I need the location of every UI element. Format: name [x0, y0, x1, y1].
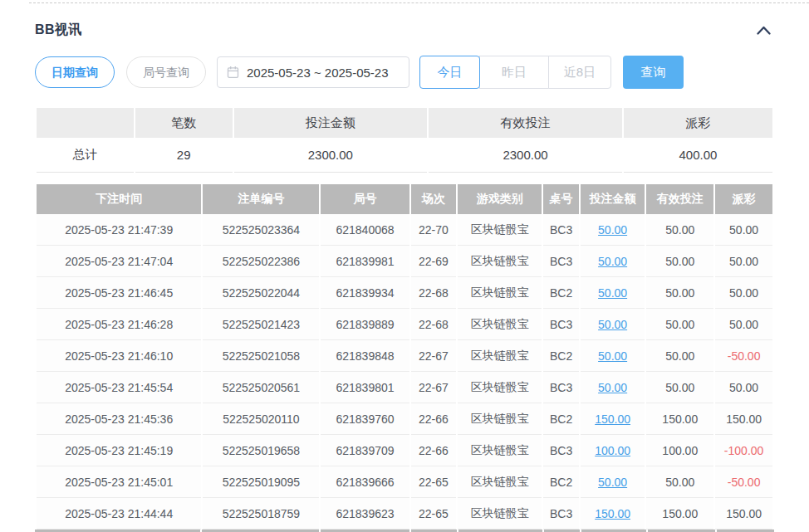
- quick-last8days-button[interactable]: 近8日: [548, 56, 611, 89]
- valid-bet-cell: 50.00: [646, 466, 713, 498]
- game-type-cell: 区块链骰宝: [458, 309, 542, 340]
- valid-bet-cell: 50.00: [646, 214, 713, 246]
- query-button[interactable]: 查询: [623, 56, 684, 89]
- bet-amount-cell: 150.00: [581, 498, 645, 530]
- slip-number-cell: 522525021058: [203, 340, 319, 372]
- tab-round-query[interactable]: 局号查询: [126, 56, 206, 88]
- quick-range-group: 今日 昨日 近8日: [419, 56, 611, 89]
- session-cell: 22-68: [411, 277, 457, 309]
- col-header-game-type: 游戏类别: [458, 184, 542, 214]
- valid-bet-cell: 150.00: [646, 498, 713, 530]
- calendar-icon: [227, 66, 239, 79]
- payout-cell: 50.00: [715, 309, 772, 340]
- table-number-cell: BC3: [543, 309, 579, 340]
- session-cell: 22-69: [411, 246, 457, 277]
- payout-cell: -50.00: [715, 340, 772, 372]
- col-header-session: 场次: [411, 184, 457, 214]
- summary-bet-amount-value: 2300.00: [234, 138, 428, 173]
- session-cell: 22-65: [411, 498, 457, 530]
- summary-header-payout: 派彩: [624, 108, 772, 138]
- summary-table: 笔数 投注金额 有效投注 派彩 总计 29 2300.00 2300.00 40…: [35, 108, 774, 173]
- bet-amount-cell: 50.00: [581, 246, 645, 277]
- session-cell: 22-66: [411, 435, 457, 466]
- bet-amount-cell: 50.00: [581, 372, 645, 403]
- round-number-cell: 621840068: [321, 214, 409, 246]
- bet-amount-link[interactable]: 150.00: [595, 412, 630, 426]
- bet-amount-link[interactable]: 50.00: [598, 476, 627, 489]
- slip-number-cell: 522525020110: [203, 403, 319, 435]
- game-type-cell: 区块链骰宝: [458, 435, 542, 466]
- quick-today-button[interactable]: 今日: [419, 56, 480, 89]
- payout-cell: -50.00: [715, 466, 772, 498]
- payout-cell: 50.00: [715, 246, 772, 277]
- table-row: 2025-05-23 21:46:10522525021058621839848…: [37, 340, 772, 372]
- session-cell: 22-67: [411, 372, 457, 403]
- bet-time-cell: 2025-05-23 21:45:01: [37, 466, 201, 498]
- table-number-cell: BC2: [543, 340, 579, 372]
- payout-cell: 50.00: [715, 372, 772, 403]
- bb-video-section: BB视讯 日期查询 局号查询 2025-05-23 ~ 2025-05-23 今…: [35, 22, 774, 532]
- slip-number-cell: 522525019095: [203, 466, 319, 498]
- tab-date-query[interactable]: 日期查询: [35, 56, 115, 88]
- valid-bet-cell: 100.00: [646, 435, 713, 466]
- summary-count-value: 29: [135, 138, 233, 173]
- game-type-cell: 区块链骰宝: [458, 214, 542, 246]
- table-number-cell: BC3: [543, 372, 579, 403]
- col-header-valid-bet: 有效投注: [646, 184, 713, 214]
- quick-yesterday-button[interactable]: 昨日: [479, 56, 549, 89]
- bet-amount-cell: 100.00: [581, 435, 645, 466]
- bet-amount-cell: 150.00: [581, 403, 645, 435]
- date-range-value: 2025-05-23 ~ 2025-05-23: [247, 66, 389, 80]
- bet-amount-link[interactable]: 50.00: [598, 381, 627, 394]
- game-type-cell: 区块链骰宝: [458, 246, 542, 277]
- payout-cell: 150.00: [715, 403, 772, 435]
- payout-cell: -100.00: [715, 435, 772, 466]
- table-row: 2025-05-23 21:45:36522525020110621839760…: [37, 403, 772, 435]
- table-number-cell: BC3: [543, 498, 579, 530]
- session-cell: 22-65: [411, 466, 457, 498]
- bet-amount-link[interactable]: 50.00: [598, 255, 627, 268]
- col-header-bet-amount: 投注金额: [581, 184, 645, 214]
- summary-header-blank: [37, 108, 134, 138]
- summary-header-valid-bet: 有效投注: [429, 108, 622, 138]
- bet-time-cell: 2025-05-23 21:46:10: [37, 340, 201, 372]
- summary-payout-value: 400.00: [624, 138, 772, 173]
- game-type-cell: 区块链骰宝: [458, 277, 542, 309]
- dashed-divider: [29, 2, 809, 3]
- chevron-up-icon: [757, 26, 771, 35]
- date-range-input[interactable]: 2025-05-23 ~ 2025-05-23: [217, 56, 409, 88]
- bet-amount-link[interactable]: 50.00: [598, 349, 627, 363]
- summary-header-row: 笔数 投注金额 有效投注 派彩: [37, 108, 772, 138]
- table-row: 2025-05-23 21:46:28522525021423621839889…: [37, 309, 772, 340]
- slip-number-cell: 522525020561: [203, 372, 319, 403]
- round-number-cell: 621839981: [321, 246, 409, 277]
- bet-amount-link[interactable]: 50.00: [598, 223, 627, 237]
- bet-amount-link[interactable]: 100.00: [595, 444, 630, 457]
- session-cell: 22-68: [411, 309, 457, 340]
- game-type-cell: 区块链骰宝: [458, 403, 542, 435]
- table-number-cell: BC2: [543, 403, 579, 435]
- round-number-cell: 621839666: [321, 466, 409, 498]
- col-header-slip-number: 注单编号: [203, 184, 319, 214]
- game-type-cell: 区块链骰宝: [458, 372, 542, 403]
- summary-total-row: 总计 29 2300.00 2300.00 400.00: [37, 138, 772, 173]
- session-cell: 22-66: [411, 403, 457, 435]
- slip-number-cell: 522525018759: [203, 498, 319, 530]
- filter-bar: 日期查询 局号查询 2025-05-23 ~ 2025-05-23 今日 昨日 …: [35, 56, 774, 89]
- slip-number-cell: 522525021423: [203, 309, 319, 340]
- bet-amount-link[interactable]: 50.00: [598, 318, 627, 331]
- bet-time-cell: 2025-05-23 21:45:36: [37, 403, 201, 435]
- table-number-cell: BC2: [543, 466, 579, 498]
- session-cell: 22-67: [411, 340, 457, 372]
- table-row: 2025-05-23 21:46:45522525022044621839934…: [37, 277, 772, 309]
- slip-number-cell: 522525019658: [203, 435, 319, 466]
- collapse-section-button[interactable]: [753, 22, 774, 38]
- bet-amount-cell: 50.00: [581, 466, 645, 498]
- bet-amount-link[interactable]: 50.00: [598, 286, 627, 300]
- bet-time-cell: 2025-05-23 21:47:39: [37, 214, 201, 246]
- slip-number-cell: 522525023364: [203, 214, 319, 246]
- round-number-cell: 621839889: [321, 309, 409, 340]
- bet-amount-link[interactable]: 150.00: [595, 507, 630, 520]
- col-header-round-number: 局号: [321, 184, 409, 214]
- col-header-table-number: 桌号: [543, 184, 579, 214]
